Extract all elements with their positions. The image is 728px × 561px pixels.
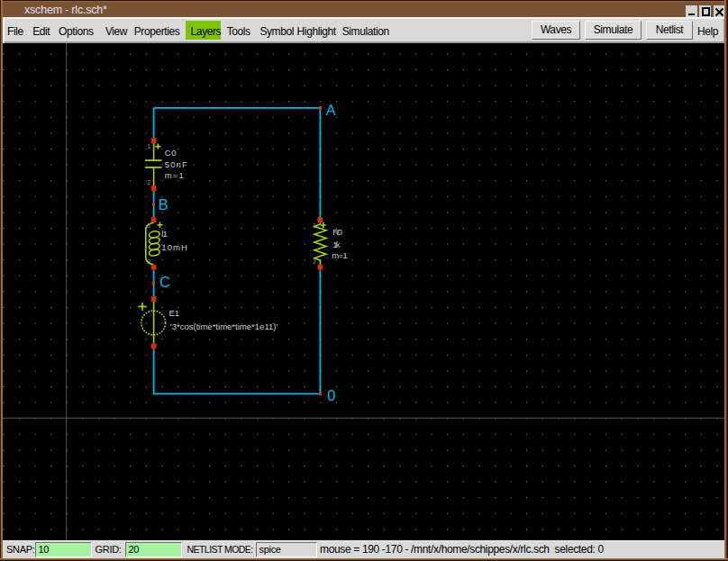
- svg-text:0: 0: [327, 387, 335, 403]
- svg-text:C0: C0: [165, 148, 177, 158]
- svg-text:A: A: [326, 102, 336, 118]
- svg-text:m=1: m=1: [165, 170, 184, 180]
- svg-text:1: 1: [147, 143, 150, 149]
- svg-text:E1: E1: [169, 308, 180, 318]
- svg-text:1k: 1k: [332, 240, 341, 249]
- svg-text:R0: R0: [332, 227, 342, 237]
- svg-text:2: 2: [147, 258, 150, 265]
- svg-text:1: 1: [147, 222, 150, 229]
- svg-text:C: C: [159, 274, 170, 290]
- svg-text:B: B: [159, 196, 168, 213]
- svg-text:2: 2: [147, 179, 150, 185]
- svg-text:10mH: 10mH: [161, 242, 187, 252]
- svg-text:'3*cos(time*time*time*1e11)': '3*cos(time*time*time*1e11)': [170, 321, 278, 331]
- svg-text:l1: l1: [161, 229, 168, 239]
- svg-text:2: 2: [313, 258, 316, 265]
- svg-text:1: 1: [313, 222, 316, 229]
- svg-text:m=1: m=1: [332, 250, 348, 260]
- svg-text:50nF: 50nF: [165, 159, 187, 169]
